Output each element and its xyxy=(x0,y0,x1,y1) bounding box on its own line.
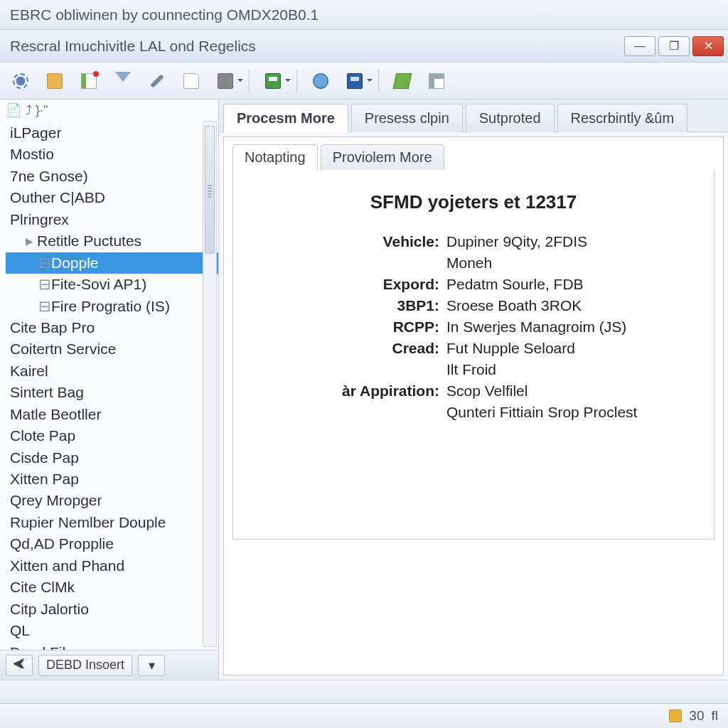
tree-item[interactable]: QL xyxy=(6,620,218,641)
tree-item[interactable]: Xitten Pap xyxy=(6,469,218,490)
property-key: Expord: xyxy=(297,276,439,293)
tree-item[interactable]: Qd,AD Propplie xyxy=(6,533,218,555)
nav-back-button[interactable]: ⮜ xyxy=(6,655,33,676)
toolbar-globe-button[interactable] xyxy=(310,70,331,92)
property-value: Qunteri Fittiain Srop Proclest xyxy=(446,404,692,421)
tree-item[interactable]: Matle Beotller xyxy=(6,404,218,425)
toolbar-print-button[interactable] xyxy=(215,70,236,92)
toolbar-book-button[interactable] xyxy=(392,70,413,92)
tree-item[interactable]: Plringrex xyxy=(6,209,218,230)
primary-tab-label: Presess clpin xyxy=(365,110,449,126)
tree-item[interactable]: 7ne Gnose) xyxy=(6,166,218,187)
tree-item-label: Clote Pap xyxy=(10,427,75,444)
toolbar-disk-button[interactable] xyxy=(262,70,284,92)
tree-item-label: Fire Progratio (IS) xyxy=(51,298,170,314)
minimize-button[interactable]: — xyxy=(624,36,655,56)
tree-header: 📄 ⤴ }·" xyxy=(0,100,218,118)
property-key: Vehicle: xyxy=(297,233,439,250)
tree-item-label: Cite Bap Pro xyxy=(10,319,95,336)
tree-item[interactable]: ⊟Fite-Sovi AP1) xyxy=(6,274,218,295)
tree-item[interactable]: Mostio xyxy=(6,144,218,165)
property-value: Ilt Froid xyxy=(446,361,692,378)
tree-scroll-area[interactable]: iLPagerMostio7ne Gnose)Outher C|ABDPlrin… xyxy=(0,118,218,650)
tree-item[interactable]: Cite Bap Pro xyxy=(6,317,218,338)
insert-dropdown-button[interactable]: ▾ xyxy=(138,655,165,676)
tree-item-label: Dopple xyxy=(51,255,99,271)
tree-item[interactable]: Cite ClMk xyxy=(6,577,218,598)
minimize-icon: — xyxy=(634,40,646,53)
primary-tab[interactable]: Procesm More xyxy=(223,104,348,132)
property-value: Pedatm Sourle, FDB xyxy=(446,276,692,293)
toolbar-folder-button[interactable] xyxy=(44,70,65,92)
scrollbar-thumb[interactable] xyxy=(205,126,215,254)
tree-item-label: Xitten Pap xyxy=(10,471,79,487)
main-split: 📄 ⤴ }·" iLPagerMostio7ne Gnose)Outher C|… xyxy=(0,100,728,680)
tree-item[interactable]: Outher C|ABD xyxy=(6,187,218,208)
tree-item[interactable]: Rupier Nemlber Douple xyxy=(6,512,218,533)
toolbar-funnel-button[interactable] xyxy=(112,70,134,92)
tree-item-label: Rupier Nemlber Douple xyxy=(10,514,166,530)
outer-window-title: EBRC obliwinen by counnecting OMDX20B0.1 xyxy=(0,0,728,30)
status-separator xyxy=(0,680,728,704)
toolbar-gear-button[interactable] xyxy=(10,70,31,92)
tree-item[interactable]: Daad Filc xyxy=(6,642,218,651)
primary-tab-label: Procesm More xyxy=(237,110,335,126)
chevron-down-icon: ▾ xyxy=(149,658,155,673)
toolbar-sheet-button[interactable] xyxy=(78,70,100,92)
tree-item-label: Fite-Sovi AP1) xyxy=(51,276,146,292)
primary-tab[interactable]: Sutproted xyxy=(466,104,555,132)
inner-title-text: Rescral Imuchivitle LAL ond Regelics xyxy=(0,30,620,62)
window-controls: — ❐ ✕ xyxy=(620,30,728,62)
disk-icon xyxy=(265,73,281,89)
tree-item-label: Mostio xyxy=(10,146,54,162)
tree-item[interactable]: Sintert Bag xyxy=(6,382,218,403)
secondary-tab[interactable]: Proviolem More xyxy=(321,144,444,170)
property-value: In Swerjes Managroim (JS) xyxy=(446,318,692,336)
tree-item-label: Plringrex xyxy=(10,211,69,228)
expand-icon: ▸ xyxy=(24,230,34,252)
page-icon xyxy=(183,73,199,89)
tree-item[interactable]: Xitten and Phand xyxy=(6,555,218,577)
primary-tab-bar: Procesm MorePresess clpinSutprotedRescrb… xyxy=(219,100,728,132)
primary-tab[interactable]: Rescrbintly &ûm xyxy=(557,104,688,132)
node-icon: ⊟ xyxy=(38,296,48,317)
insert-button[interactable]: DEBD Insoert xyxy=(38,655,132,676)
close-icon: ✕ xyxy=(704,39,713,53)
secondary-tab[interactable]: Notapting xyxy=(232,144,318,170)
scrollbar-track[interactable] xyxy=(203,121,217,647)
toolbar-save-button[interactable] xyxy=(344,70,365,92)
toolbar-grid-button[interactable] xyxy=(426,70,447,92)
sidebar: 📄 ⤴ }·" iLPagerMostio7ne Gnose)Outher C|… xyxy=(0,100,219,680)
save-icon xyxy=(347,73,363,89)
tree-item[interactable]: ⊟Fire Progratio (IS) xyxy=(6,296,218,317)
tree-item[interactable]: Clote Pap xyxy=(6,425,218,446)
print-icon xyxy=(218,73,233,89)
toolbar-page-button[interactable] xyxy=(181,70,202,92)
tree-item[interactable]: Coitertn Service xyxy=(6,338,218,360)
close-button[interactable]: ✕ xyxy=(692,36,724,56)
tree-item[interactable]: Qrey Mropger xyxy=(6,490,218,511)
secondary-tab-bar: NotaptingProviolem More xyxy=(232,144,714,170)
tree-item-label: Qd,AD Propplie xyxy=(10,535,114,552)
funnel-icon xyxy=(115,72,131,90)
maximize-button[interactable]: ❐ xyxy=(658,36,690,56)
tree-item-label: Xitten and Phand xyxy=(10,557,124,574)
sheet-icon xyxy=(81,73,97,89)
tree-item[interactable]: Cisde Pap xyxy=(6,447,218,469)
insert-button-label: DEBD Insoert xyxy=(46,658,124,673)
tree-item[interactable]: iLPager xyxy=(6,122,218,144)
primary-tab-label: Rescrbintly &ûm xyxy=(571,110,675,126)
tree-item[interactable]: ▸Retitle Puctutes xyxy=(6,230,218,252)
outer-title-text: EBRC obliwinen by counnecting OMDX20B0.1 xyxy=(10,6,318,23)
toolbar-pen-button[interactable] xyxy=(146,70,168,92)
tree-item[interactable]: Citp Jalortio xyxy=(6,599,218,620)
toolbar-separator xyxy=(296,70,297,92)
pen-icon xyxy=(150,74,164,88)
tree-item[interactable]: Kairel xyxy=(6,360,218,382)
property-key: Cread: xyxy=(297,340,439,357)
document-title: SFMD yojeters et 12317 xyxy=(255,191,692,213)
chevron-left-icon: ⮜ xyxy=(13,658,26,673)
primary-tab[interactable]: Presess clpin xyxy=(351,104,463,132)
tree-item[interactable]: ⊟Dopple xyxy=(6,252,218,274)
status-bar: 30 fl xyxy=(0,704,728,728)
